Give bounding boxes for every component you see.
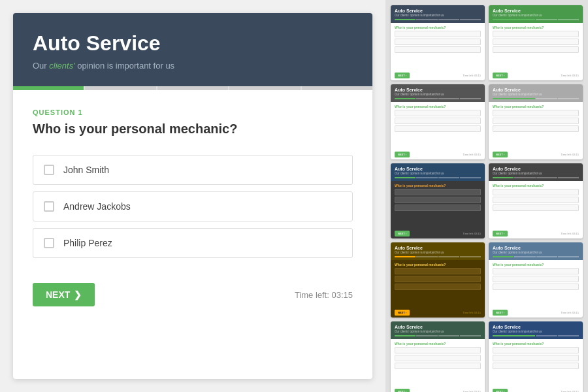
survey-card: Auto Service Our clients' opinion is imp… (13, 13, 372, 379)
progress-seg-4 (229, 86, 300, 90)
main-panel: Auto Service Our clients' opinion is imp… (0, 0, 385, 392)
option-label-3: Philip Perez (63, 238, 112, 248)
thumb-next-8[interactable]: NEXT › (493, 310, 508, 316)
thumbnail-6[interactable]: Auto Service Our clients' opinion is imp… (489, 163, 583, 238)
thumbnail-1[interactable]: Auto Service Our clients' opinion is imp… (391, 5, 485, 80)
question-label: QUESTION 1 (33, 108, 353, 116)
thumbnail-10[interactable]: Auto Service Our clients' opinion is imp… (489, 321, 583, 392)
progress-seg-3 (157, 86, 228, 90)
thumb-next-10[interactable]: NEXT › (493, 389, 508, 392)
option-2[interactable]: Andrew Jackobs (33, 191, 353, 221)
thumb-next-5[interactable]: NEXT › (395, 231, 410, 237)
thumb-header-2: Auto Service Our clients' opinion is imp… (489, 5, 583, 23)
survey-title: Auto Service (33, 31, 353, 56)
thumbnail-2[interactable]: Auto Service Our clients' opinion is imp… (489, 5, 583, 80)
survey-subtitle: Our clients' opinion is important for us (33, 61, 353, 71)
progress-seg-2 (85, 86, 155, 90)
option-1[interactable]: John Smith (33, 155, 353, 185)
thumbnail-9[interactable]: Auto Service Our clients' opinion is imp… (391, 321, 485, 392)
checkbox-3[interactable] (44, 238, 54, 248)
checkbox-2[interactable] (44, 201, 54, 212)
thumb-header-1: Auto Service Our clients' opinion is imp… (391, 5, 485, 23)
thumb-next-4[interactable]: NEXT › (493, 152, 508, 157)
thumbnail-3[interactable]: Auto Service Our clients' opinion is imp… (391, 84, 485, 159)
option-3[interactable]: Philip Perez (33, 228, 353, 258)
thumb-next-9[interactable]: NEXT › (395, 389, 410, 392)
thumbnail-8[interactable]: Auto Service Our clients' opinion is imp… (489, 242, 583, 318)
checkbox-1[interactable] (44, 165, 54, 175)
card-header: Auto Service Our clients' opinion is imp… (13, 13, 372, 86)
thumbnail-7[interactable]: Auto Service Our clients' opinion is imp… (391, 242, 485, 318)
thumb-next-3[interactable]: NEXT › (395, 152, 410, 157)
timer-display: Time left: 03:15 (295, 290, 353, 300)
thumb-title-1: Auto Service (395, 8, 481, 13)
progress-seg-5 (302, 86, 372, 90)
progress-seg-1 (13, 86, 84, 90)
option-label-1: John Smith (63, 165, 109, 175)
thumbnail-5[interactable]: Auto Service Our clients' opinion is imp… (391, 163, 485, 238)
thumb-next-7[interactable]: NEXT › (395, 310, 410, 316)
card-body: QUESTION 1 Who is your personal mechanic… (13, 90, 372, 283)
thumb-next-1[interactable]: NEXT › (395, 73, 410, 78)
thumbnails-panel: Auto Service Our clients' opinion is imp… (385, 0, 588, 392)
option-label-2: Andrew Jackobs (63, 201, 131, 212)
thumb-progress-1 (395, 19, 481, 20)
card-footer: NEXT ❯ Time left: 03:15 (13, 283, 372, 325)
thumb-next-2[interactable]: NEXT › (493, 73, 508, 78)
question-text: Who is your personal mechanic? (33, 122, 353, 137)
thumbnail-4[interactable]: Auto Service Our clients' opinion is imp… (489, 84, 583, 159)
chevron-right-icon: ❯ (74, 289, 82, 300)
next-button[interactable]: NEXT ❯ (33, 283, 95, 306)
progress-bar (13, 86, 372, 90)
thumb-next-6[interactable]: NEXT › (493, 231, 508, 237)
